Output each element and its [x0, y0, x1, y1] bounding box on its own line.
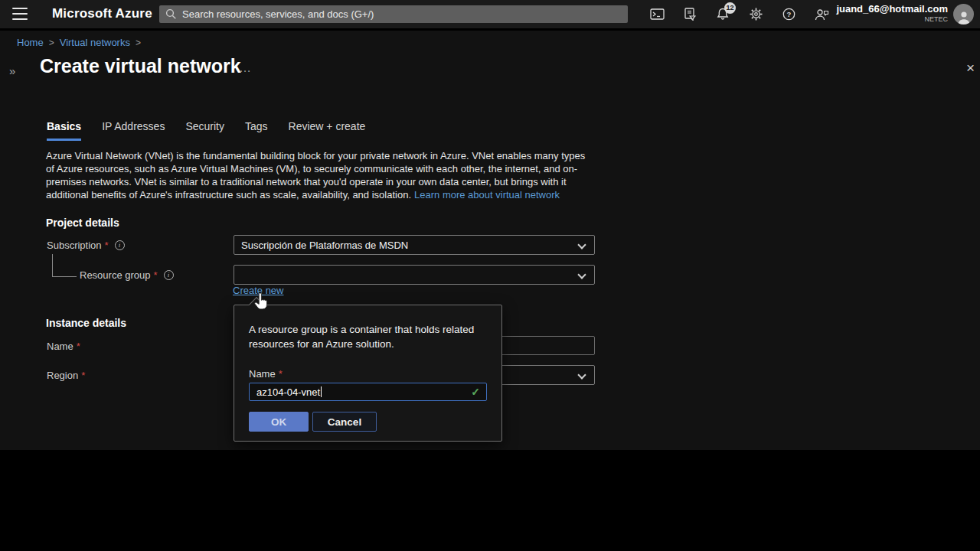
page-title: Create virtual network — [40, 55, 241, 77]
create-resource-group-popup: A resource group is a container that hol… — [234, 305, 502, 442]
resource-group-name-input[interactable]: az104-04-vnet ✓ — [249, 383, 487, 401]
help-icon[interactable]: ? — [781, 7, 796, 22]
notification-count-badge: 12 — [724, 2, 736, 14]
resource-group-name-value: az104-04-vnet — [256, 386, 320, 398]
project-details-heading: Project details — [46, 217, 119, 229]
breadcrumb-separator-icon: > — [136, 37, 141, 48]
region-label: Region * — [47, 370, 85, 381]
learn-more-link[interactable]: Learn more about virtual network — [414, 189, 560, 201]
resource-group-dropdown[interactable] — [234, 265, 595, 285]
hamburger-menu-icon[interactable] — [12, 8, 28, 20]
resource-group-label: Resource group * i — [80, 269, 174, 281]
popup-beak — [249, 297, 264, 312]
top-bar: Microsoft Azure — [0, 0, 980, 28]
tab-basics[interactable]: Basics — [47, 120, 81, 141]
resource-group-description: A resource group is a container that hol… — [249, 322, 482, 351]
expand-panel-icon[interactable]: » — [9, 64, 15, 77]
vnet-name-label: Name * — [47, 341, 80, 352]
required-asterisk: * — [81, 370, 85, 381]
chevron-down-icon — [577, 370, 586, 379]
tab-review-create[interactable]: Review + create — [289, 120, 366, 141]
breadcrumb: Home>Virtual networks> — [17, 37, 146, 48]
tab-ip-addresses[interactable]: IP Addresses — [102, 120, 165, 141]
brand-logo[interactable]: Microsoft Azure — [52, 6, 152, 21]
required-asterisk: * — [154, 269, 158, 281]
title-ellipsis-icon[interactable]: … — [239, 61, 253, 75]
chevron-down-icon — [577, 270, 586, 279]
user-email: juand_66@hotmail.com — [836, 4, 948, 15]
tab-tags[interactable]: Tags — [245, 120, 268, 141]
ok-button[interactable]: OK — [249, 412, 309, 432]
info-icon[interactable]: i — [164, 270, 174, 280]
settings-gear-icon[interactable] — [748, 7, 763, 22]
cloud-shell-icon[interactable] — [649, 7, 665, 22]
close-icon[interactable]: × — [966, 60, 975, 77]
text-caret — [321, 386, 322, 397]
user-avatar[interactable] — [953, 4, 974, 24]
tab-security[interactable]: Security — [185, 120, 224, 141]
required-asterisk: * — [77, 341, 80, 352]
notifications-bell-icon[interactable]: 12 — [715, 7, 730, 22]
create-new-resource-group-link[interactable]: Create new — [233, 285, 283, 296]
azure-portal-window: Microsoft Azure — [0, 0, 980, 551]
wizard-tabs: Basics IP Addresses Security Tags Review… — [47, 120, 365, 141]
instance-details-heading: Instance details — [46, 317, 126, 329]
required-asterisk: * — [279, 368, 283, 380]
svg-text:?: ? — [786, 10, 791, 18]
directory-filter-icon[interactable] — [682, 7, 697, 22]
feedback-icon[interactable] — [814, 7, 829, 22]
main-content: » Home>Virtual networks> Create virtual … — [0, 31, 980, 450]
subscription-value: Suscripción de Plataformas de MSDN — [241, 240, 408, 251]
breadcrumb-home-link[interactable]: Home — [17, 37, 44, 48]
avatar-person-icon — [956, 9, 972, 24]
chevron-down-icon — [577, 240, 586, 249]
subscription-dropdown[interactable]: Suscripción de Plataformas de MSDN — [234, 235, 595, 255]
valid-check-icon: ✓ — [471, 386, 480, 398]
required-asterisk: * — [105, 240, 109, 251]
breadcrumb-separator-icon: > — [49, 37, 54, 48]
user-organization: NETEC — [836, 15, 948, 23]
global-search — [159, 5, 628, 23]
topbar-icons: 12 ? — [649, 0, 829, 28]
subscription-label: Subscription * i — [47, 240, 125, 251]
account-info[interactable]: juand_66@hotmail.com NETEC — [836, 4, 948, 23]
info-icon[interactable]: i — [115, 240, 125, 250]
cancel-button[interactable]: Cancel — [312, 412, 377, 432]
search-input[interactable] — [159, 5, 628, 23]
breadcrumb-virtual-networks-link[interactable]: Virtual networks — [60, 37, 130, 48]
popup-name-label: Name* — [249, 368, 283, 380]
vnet-description: Azure Virtual Network (VNet) is the fund… — [46, 149, 591, 201]
search-icon — [165, 8, 177, 20]
field-connector-line — [52, 254, 77, 277]
